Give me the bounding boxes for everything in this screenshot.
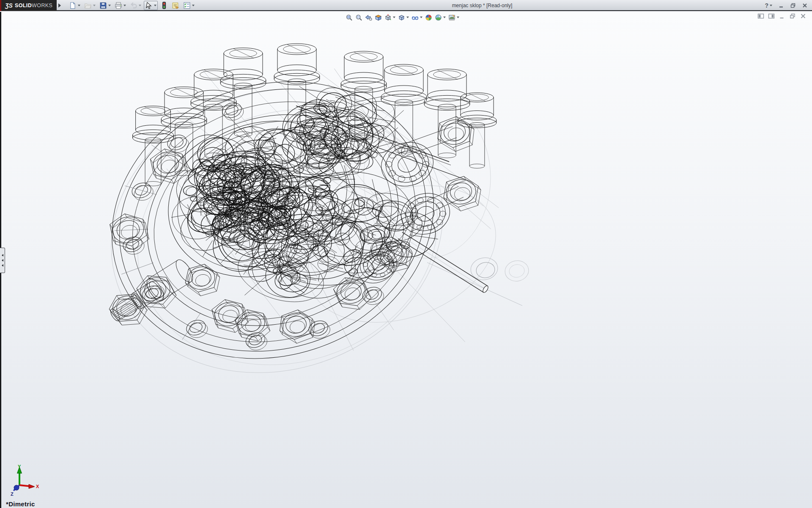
feature-manager-collapsed-tab[interactable] — [0, 248, 5, 273]
hide-show-items-button[interactable] — [411, 13, 423, 22]
undo-dropdown-caret-icon[interactable] — [139, 5, 141, 6]
view-settings-dropdown-caret-icon[interactable] — [457, 17, 459, 18]
restore-icon — [790, 3, 796, 8]
select-button[interactable] — [144, 1, 158, 10]
open-document-button[interactable] — [83, 1, 97, 10]
logo-accent-bar — [0, 0, 1, 11]
edit-appearance-icon — [425, 14, 432, 21]
apply-scene-dropdown-caret-icon[interactable] — [443, 17, 446, 18]
view-orientation-label: *Dimetric — [6, 500, 35, 508]
toolbar-flyout-arrow-icon[interactable] — [58, 3, 61, 8]
apply-scene-button[interactable] — [434, 13, 447, 22]
options-dropdown-caret-icon[interactable] — [192, 5, 195, 6]
document-window-controls — [757, 13, 807, 21]
edit-appearance-button[interactable] — [424, 13, 433, 22]
headsup-view-toolbar — [345, 13, 460, 22]
select-dropdown-caret-icon[interactable] — [154, 5, 156, 6]
brand-name-light: WORKS — [32, 3, 52, 8]
close-document-button[interactable] — [799, 14, 807, 21]
solidworks-mark-icon: ƷS — [5, 2, 13, 9]
help-button[interactable]: ? — [765, 2, 772, 9]
svg-text:X: X — [36, 484, 39, 489]
close-window-button[interactable] — [802, 3, 808, 8]
file-properties-icon — [172, 2, 179, 9]
new-document-dropdown-caret-icon[interactable] — [78, 5, 80, 6]
zoom-to-fit-button[interactable] — [345, 13, 354, 22]
minimize-document-button[interactable] — [778, 14, 786, 21]
svg-text:Y: Y — [18, 464, 21, 469]
options-button[interactable] — [182, 1, 196, 10]
save-button[interactable] — [98, 1, 112, 10]
close-document-icon — [800, 13, 807, 21]
rebuild-button[interactable] — [159, 1, 169, 10]
zoom-to-area-icon — [355, 14, 362, 21]
triad-z-axis: Z — [11, 485, 19, 497]
view-settings-button[interactable] — [447, 13, 460, 22]
collapse-arrow-icon — [2, 259, 3, 262]
display-style-button[interactable] — [397, 13, 410, 22]
print-dropdown-caret-icon[interactable] — [123, 5, 126, 6]
view-orientation-dropdown-caret-icon[interactable] — [393, 17, 395, 18]
file-properties-button[interactable] — [170, 1, 181, 10]
solidworks-window: ƷS SOLIDWORKS menjac sklop * [Read-only]… — [0, 0, 812, 508]
collapse-arrow-icon — [2, 264, 3, 267]
brand-name-bold: SOLID — [15, 3, 32, 8]
minimize-icon — [778, 3, 784, 8]
triad-y-axis: Y — [17, 464, 22, 485]
apply-scene-icon — [435, 14, 442, 21]
toggle-display-pane-left-icon — [757, 13, 764, 21]
display-style-icon — [398, 14, 405, 21]
save-icon — [99, 2, 107, 9]
view-orientation-button[interactable] — [384, 13, 396, 22]
section-view-button[interactable] — [374, 13, 383, 22]
toggle-display-pane-left-button[interactable] — [757, 14, 765, 21]
titlebar: ƷS SOLIDWORKS menjac sklop * [Read-only]… — [0, 0, 812, 11]
restore-document-icon — [789, 13, 796, 21]
hide-show-items-icon — [411, 14, 419, 21]
view-orientation-icon — [384, 14, 392, 21]
zoom-to-area-button[interactable] — [354, 13, 363, 22]
section-view-icon — [375, 14, 382, 21]
svg-text:Z: Z — [11, 491, 14, 497]
collapse-arrow-icon — [2, 254, 3, 257]
select-icon — [145, 2, 153, 9]
zoom-to-fit-icon — [346, 14, 353, 21]
new-document-button[interactable] — [68, 1, 82, 10]
restore-window-button[interactable] — [790, 3, 796, 8]
print-button[interactable] — [113, 1, 127, 10]
graphics-viewport[interactable]: Y X Z *Dimetric — [0, 12, 812, 508]
window-controls: ? — [765, 0, 808, 11]
display-style-dropdown-caret-icon[interactable] — [406, 17, 409, 18]
close-icon — [802, 3, 808, 8]
main-toolbar — [68, 0, 196, 11]
undo-button[interactable] — [129, 1, 143, 10]
toggle-display-pane-right-icon — [768, 13, 775, 21]
open-document-dropdown-caret-icon[interactable] — [93, 5, 96, 6]
new-document-icon — [69, 2, 77, 9]
toggle-display-pane-right-button[interactable] — [767, 14, 775, 21]
triad-x-axis: X — [19, 484, 39, 489]
help-icon: ? — [765, 2, 768, 9]
wireframe-model — [0, 12, 812, 508]
window-title: menjac sklop * [Read-only] — [423, 0, 541, 11]
options-icon — [183, 2, 191, 9]
minimize-document-icon — [779, 13, 785, 21]
previous-view-button[interactable] — [364, 13, 373, 22]
rebuild-icon — [160, 2, 168, 9]
previous-view-icon — [365, 14, 372, 21]
minimize-window-button[interactable] — [778, 3, 784, 8]
hide-show-items-dropdown-caret-icon[interactable] — [420, 17, 422, 18]
orientation-triad[interactable]: Y X Z — [3, 464, 50, 502]
print-icon — [115, 2, 122, 9]
undo-icon — [130, 2, 137, 9]
help-dropdown-caret-icon[interactable] — [770, 5, 772, 6]
open-document-icon — [84, 2, 92, 9]
save-dropdown-caret-icon[interactable] — [108, 5, 111, 6]
solidworks-logo: ƷS SOLIDWORKS — [0, 0, 57, 11]
restore-document-button[interactable] — [788, 14, 796, 21]
view-settings-icon — [448, 14, 455, 21]
